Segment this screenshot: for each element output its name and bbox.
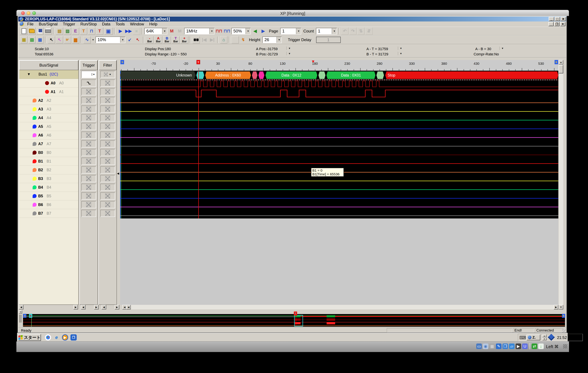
filter-cell-B4[interactable] bbox=[99, 183, 116, 192]
signal-row-B2[interactable]: B2B2 bbox=[19, 166, 78, 174]
filter-cell-A3[interactable] bbox=[99, 105, 116, 114]
trigger-cell-box[interactable] bbox=[81, 79, 96, 87]
filter-cell-box[interactable] bbox=[100, 192, 115, 200]
add-bar-button[interactable]: +Bar bbox=[180, 36, 188, 43]
filter-cell-A0[interactable] bbox=[99, 79, 116, 87]
signal-row-A1[interactable]: A1A1 bbox=[19, 87, 78, 96]
pinned-end-marker[interactable]: E bbox=[555, 60, 558, 64]
trigger-cell-box[interactable] bbox=[81, 106, 96, 113]
wave-display-dropdown-icon[interactable]: ▼ bbox=[91, 36, 95, 43]
virtualbox-tray-icon[interactable] bbox=[548, 334, 555, 341]
filter-cell-A2[interactable] bbox=[99, 96, 116, 105]
bus-property-button[interactable]: ▤ bbox=[56, 28, 63, 35]
remove-bar-button[interactable]: -Bar bbox=[146, 36, 154, 43]
memory-depth-combo[interactable]: 64K ▼ bbox=[144, 28, 167, 34]
decode-segment[interactable] bbox=[196, 72, 204, 79]
signal-row-A0[interactable]: A0A0 bbox=[19, 79, 78, 87]
overview-strip[interactable]: S B T E bbox=[23, 314, 565, 327]
display-zoom-combo[interactable]: 10% ▼ bbox=[95, 37, 125, 43]
trigger-cell-box[interactable] bbox=[81, 192, 96, 200]
open-file-button[interactable] bbox=[28, 28, 36, 35]
menu-bus-signal[interactable]: Bus/Signal bbox=[36, 21, 60, 27]
decode-segment-data-0x01[interactable]: Data : 0X01 bbox=[326, 72, 376, 79]
panel-scroll-left-button[interactable]: ◀ bbox=[19, 305, 23, 309]
resize-grip[interactable] bbox=[562, 329, 566, 332]
signal-row-B4[interactable]: B4B4 bbox=[19, 183, 78, 192]
signal-row-A4[interactable]: A4A4 bbox=[19, 114, 78, 122]
signal-row-A5[interactable]: A5A5 bbox=[19, 122, 78, 131]
trigger-cell-A2[interactable] bbox=[80, 96, 97, 105]
menu-tools[interactable]: Tools bbox=[113, 21, 127, 27]
media-player-icon[interactable]: ▶ bbox=[62, 334, 68, 341]
select-tool-button[interactable]: ↖ bbox=[48, 36, 55, 43]
menu-data[interactable]: Data bbox=[99, 21, 113, 27]
pulse-width-marker-button[interactable]: ↯ bbox=[240, 36, 247, 43]
trigger-cell-box[interactable] bbox=[81, 184, 96, 191]
filter-cell-box[interactable] bbox=[100, 166, 115, 173]
edge-trigger-button[interactable]: T bbox=[80, 28, 87, 35]
filter-cell-B1[interactable] bbox=[99, 157, 116, 166]
trigger-cell-B6[interactable] bbox=[80, 201, 97, 209]
filter-cell-box[interactable] bbox=[100, 79, 115, 87]
window-maximize-button[interactable]: □ bbox=[555, 17, 560, 21]
vm-shared-folder-icon[interactable]: ▱ bbox=[509, 343, 514, 349]
dropdown-arrow-icon[interactable]: ▼ bbox=[162, 28, 167, 34]
menu-file[interactable]: File bbox=[25, 21, 36, 27]
vm-network-icon[interactable]: ⇄ bbox=[532, 343, 537, 349]
prev-find-button[interactable]: |◀ bbox=[200, 36, 208, 43]
overview-b-marker[interactable]: B bbox=[29, 314, 32, 318]
run-button[interactable]: ▶ bbox=[117, 28, 124, 35]
goto-cursor-left-button[interactable]: ↙ bbox=[126, 36, 133, 43]
trigger-cell-A5[interactable] bbox=[80, 122, 97, 131]
decode-segment[interactable] bbox=[318, 72, 326, 79]
start-button[interactable]: スタート bbox=[18, 334, 41, 341]
decode-segment-address-0x60[interactable]: Address : 0X60 bbox=[205, 72, 251, 79]
mdi-restore-button[interactable]: ❐ bbox=[554, 22, 559, 26]
waveform-scroll-right-button[interactable]: ▶ bbox=[554, 305, 558, 309]
goto-memory-button[interactable]: M bbox=[168, 28, 175, 35]
dropdown-arrow-icon[interactable]: ▼ bbox=[108, 73, 112, 76]
signal-row-B1[interactable]: B1B1 bbox=[19, 157, 78, 166]
delay-trigger-button[interactable]: T bbox=[96, 28, 103, 35]
trigger-col-scroll-left-button[interactable]: ◀ bbox=[102, 305, 106, 309]
trigger-cell-A4[interactable] bbox=[80, 114, 97, 122]
vm-display-icon[interactable]: ▶ bbox=[515, 343, 521, 349]
bus-collapse-arrow-icon[interactable]: ▼ bbox=[27, 72, 31, 76]
filter-cell-box[interactable] bbox=[100, 88, 115, 95]
pattern-trigger-button[interactable]: ⊓ bbox=[88, 28, 95, 35]
trigger-cell-box[interactable] bbox=[81, 149, 96, 156]
analyzer-settings-button[interactable]: ▣ bbox=[104, 28, 113, 35]
print-button[interactable] bbox=[44, 28, 52, 35]
bus-filter-cell[interactable]: ▼ bbox=[99, 70, 116, 79]
bus-col-scroll-left-button[interactable]: ◀ bbox=[81, 305, 85, 309]
trigger-cell-B1[interactable] bbox=[80, 157, 97, 166]
b-t-dropdown-icon[interactable]: ▼ bbox=[398, 52, 402, 55]
filter-cell-B0[interactable] bbox=[99, 148, 116, 157]
filter-cell-B3[interactable] bbox=[99, 174, 116, 183]
vm-tablet-icon[interactable]: ✎ bbox=[496, 343, 502, 349]
goto-cursor-right-button[interactable]: ↖ bbox=[134, 36, 141, 43]
filter-cell-B6[interactable] bbox=[99, 201, 116, 209]
vm-autoresize-icon[interactable]: ↓ bbox=[538, 343, 544, 349]
signal-row-B0[interactable]: B0B0 bbox=[19, 148, 78, 157]
next-trigger-page-button[interactable]: ▶ bbox=[260, 28, 267, 35]
filter-cell-box[interactable] bbox=[100, 184, 115, 191]
mdi-close-button[interactable]: ✕ bbox=[560, 22, 565, 26]
waveform-scroll-left-button[interactable]: ◀ bbox=[126, 305, 131, 309]
next-find-button[interactable]: ▶| bbox=[209, 36, 216, 43]
pinned-start-marker[interactable]: S bbox=[120, 60, 124, 64]
waveform-scroll-down-button[interactable]: ▼ bbox=[559, 305, 563, 309]
waveform-vscrollbar[interactable] bbox=[559, 60, 563, 309]
filter-cell-box[interactable] bbox=[100, 175, 115, 182]
decode-segment-data-0x12[interactable]: Data : 0X12 bbox=[265, 72, 317, 79]
prev-trigger-page-button[interactable]: ◀ bbox=[252, 28, 259, 35]
compare-button[interactable]: ⇅ bbox=[357, 28, 365, 35]
vm-clipboard-icon[interactable]: ❐ bbox=[503, 343, 508, 349]
filter-cell-box[interactable] bbox=[100, 149, 115, 156]
overview-trigger-marker[interactable]: T bbox=[294, 311, 297, 316]
dropdown-arrow-icon[interactable]: ▼ bbox=[245, 28, 250, 34]
trigger-cell-box[interactable] bbox=[81, 210, 96, 217]
waveform-area[interactable]: UnknownAddress : 0X60Data : 0X12Data : 0… bbox=[120, 71, 558, 218]
vm-floppy-icon[interactable]: ▦ bbox=[489, 343, 495, 349]
trigger-cell-A1[interactable] bbox=[80, 87, 97, 96]
